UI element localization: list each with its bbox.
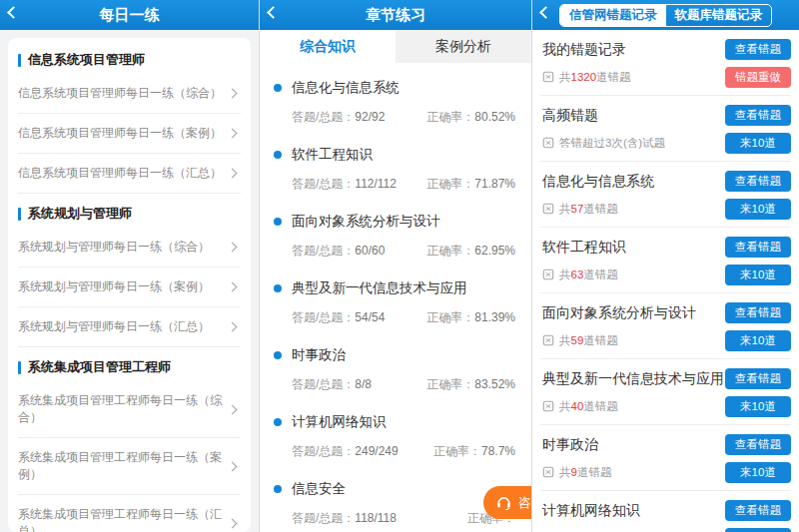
chapter-practice-panel: 章节练习 综合知识 案例分析 信息化与信息系统答题/总题：92/92正确率：80… bbox=[260, 0, 532, 532]
chapter-title-row[interactable]: 典型及新一代信息技术与应用 bbox=[274, 279, 515, 297]
daily-practice-item[interactable]: 系统规划与管理师每日一练（案例） bbox=[18, 267, 241, 307]
wrong-row-subtext: 共40道错题 bbox=[542, 399, 724, 417]
chapter-item: 计算机网络知识答题/总题：249/249正确率：78.7% bbox=[260, 405, 531, 472]
view-wrong-questions-button[interactable]: 查看错题 bbox=[725, 302, 791, 323]
wrong-questions-header: 信管网错题记录 软题库错题记录 bbox=[532, 0, 799, 30]
daily-practice-item-label: 系统集成项目管理工程师每日一练（案例） bbox=[18, 449, 229, 483]
view-wrong-questions-button[interactable]: 查看错题 bbox=[725, 105, 791, 126]
wrong-question-row: 计算机网络知识共50道错题查看错题来10道 bbox=[540, 491, 791, 532]
daily-practice-card: 信息系统项目管理师信息系统项目管理师每日一练（综合）信息系统项目管理师每日一练（… bbox=[8, 38, 251, 532]
consult-button[interactable]: 咨询 bbox=[483, 486, 532, 519]
daily-practice-item-label: 系统集成项目管理工程师每日一练（汇总） bbox=[18, 506, 229, 532]
section-title-label: 系统集成项目管理工程师 bbox=[28, 358, 171, 376]
wrong-row-info: 信息化与信息系统共57道错题 bbox=[542, 171, 654, 220]
accuracy-label: 正确率： bbox=[426, 177, 474, 191]
subtext-prefix: 共 bbox=[559, 334, 571, 346]
app-root: 每日一练 信息系统项目管理师信息系统项目管理师每日一练（综合）信息系统项目管理师… bbox=[0, 0, 799, 532]
chapter-title-row[interactable]: 计算机网络知识 bbox=[274, 413, 515, 431]
practice-ten-button[interactable]: 来10道 bbox=[725, 462, 791, 483]
view-wrong-questions-button[interactable]: 查看错题 bbox=[725, 171, 791, 192]
tab-xinguan-wrong-record[interactable]: 信管网错题记录 bbox=[560, 5, 666, 26]
view-wrong-questions-button[interactable]: 查看错题 bbox=[725, 434, 791, 455]
view-wrong-questions-button[interactable]: 查看错题 bbox=[725, 39, 791, 60]
practice-ten-button[interactable]: 来10道 bbox=[725, 133, 791, 154]
tab-comprehensive-knowledge[interactable]: 综合知识 bbox=[260, 30, 396, 63]
section-accent-bar bbox=[18, 208, 21, 221]
answered-value: 8/8 bbox=[355, 377, 372, 391]
practice-ten-button[interactable]: 来10道 bbox=[725, 330, 791, 351]
practice-ten-button[interactable]: 来10道 bbox=[725, 199, 791, 220]
back-icon[interactable] bbox=[267, 6, 280, 19]
daily-practice-item-label: 信息系统项目管理师每日一练（案例） bbox=[18, 125, 222, 142]
section-title-label: 系统规划与管理师 bbox=[28, 205, 132, 223]
practice-ten-button[interactable]: 来10道 bbox=[725, 396, 791, 417]
view-wrong-questions-button[interactable]: 查看错题 bbox=[725, 500, 791, 521]
answered-stat: 答题/总题：92/92 bbox=[292, 109, 385, 126]
chapter-stats: 答题/总题：54/54正确率：81.39% bbox=[274, 297, 515, 332]
back-icon[interactable] bbox=[7, 6, 20, 19]
practice-ten-button[interactable]: 来10道 bbox=[725, 265, 791, 285]
section-title: 信息系统项目管理师 bbox=[18, 40, 241, 74]
subtext-prefix: 共 bbox=[559, 203, 571, 215]
redo-wrong-questions-button[interactable]: 错题重做 bbox=[725, 67, 791, 88]
subtext: 共59道错题 bbox=[559, 333, 618, 348]
daily-practice-item-label: 信息系统项目管理师每日一练（汇总） bbox=[18, 165, 222, 182]
chapter-title-row[interactable]: 软件工程知识 bbox=[274, 146, 515, 164]
subtext-suffix: 道错题 bbox=[583, 268, 618, 280]
daily-practice-item[interactable]: 系统规划与管理师每日一练（汇总） bbox=[18, 307, 241, 347]
daily-practice-header: 每日一练 bbox=[0, 0, 259, 30]
section-accent-bar bbox=[18, 361, 21, 374]
daily-practice-item[interactable]: 系统规划与管理师每日一练（综合） bbox=[18, 228, 241, 267]
chapter-title-row[interactable]: 信息安全 bbox=[274, 480, 515, 498]
chevron-right-icon bbox=[228, 169, 238, 179]
accuracy-label: 正确率： bbox=[426, 377, 474, 391]
wrong-row-info: 时事政治共9道错题 bbox=[542, 434, 611, 483]
daily-practice-item[interactable]: 信息系统项目管理师每日一练（汇总） bbox=[18, 154, 241, 194]
chapter-list: 信息化与信息系统答题/总题：92/92正确率：80.52%软件工程知识答题/总题… bbox=[260, 63, 531, 532]
daily-practice-item[interactable]: 系统集成项目管理工程师每日一练（综合） bbox=[18, 381, 241, 438]
question-count-icon bbox=[542, 400, 554, 414]
subtext-prefix: 共 bbox=[559, 268, 571, 280]
chevron-right-icon bbox=[228, 518, 238, 528]
view-wrong-questions-button[interactable]: 查看错题 bbox=[725, 368, 791, 389]
wrong-record-segmented-control: 信管网错题记录 软题库错题记录 bbox=[559, 4, 772, 27]
accuracy-value: 78.7% bbox=[481, 444, 515, 458]
wrong-row-subtext: 共59道错题 bbox=[542, 333, 696, 351]
answered-stat: 答题/总题：54/54 bbox=[292, 309, 385, 326]
section-title-label: 信息系统项目管理师 bbox=[28, 51, 145, 69]
daily-practice-item[interactable]: 信息系统项目管理师每日一练（案例） bbox=[18, 114, 241, 154]
wrong-row-buttons: 查看错题错题重做 bbox=[725, 39, 791, 88]
wrong-question-row: 软件工程知识共63道错题查看错题来10道 bbox=[540, 228, 791, 293]
chapter-title-row[interactable]: 时事政治 bbox=[274, 346, 515, 364]
wrong-row-info: 计算机网络知识共50道错题 bbox=[542, 500, 640, 532]
chevron-right-icon bbox=[228, 461, 238, 471]
daily-practice-item[interactable]: 系统集成项目管理工程师每日一练（案例） bbox=[18, 438, 241, 495]
subtext-count: 57 bbox=[571, 203, 584, 215]
daily-practice-item[interactable]: 信息系统项目管理师每日一练（综合） bbox=[18, 74, 241, 114]
view-wrong-questions-button[interactable]: 查看错题 bbox=[725, 237, 791, 258]
daily-practice-item-label: 系统规划与管理师每日一练（案例） bbox=[18, 278, 210, 295]
daily-practice-item-label: 系统规划与管理师每日一练（汇总） bbox=[18, 318, 210, 335]
question-count-icon bbox=[542, 268, 554, 282]
chapter-stats: 答题/总题：60/60正确率：62.95% bbox=[274, 231, 515, 266]
chapter-name: 软件工程知识 bbox=[292, 146, 373, 164]
subtext-prefix: 共 bbox=[559, 400, 571, 412]
accuracy-label: 正确率： bbox=[433, 444, 481, 458]
chapter-title-row[interactable]: 面向对象系统分析与设计 bbox=[274, 213, 515, 231]
chevron-right-icon bbox=[228, 129, 238, 139]
answered-label: 答题/总题： bbox=[292, 377, 355, 391]
daily-practice-item[interactable]: 系统集成项目管理工程师每日一练（汇总） bbox=[18, 495, 241, 532]
practice-ten-button[interactable]: 来10道 bbox=[725, 528, 791, 532]
subtext-count: 63 bbox=[571, 268, 584, 280]
chapter-title-row[interactable]: 信息化与信息系统 bbox=[274, 79, 515, 97]
tab-ruantiku-wrong-record[interactable]: 软题库错题记录 bbox=[666, 5, 772, 26]
chevron-right-icon bbox=[228, 243, 238, 253]
wrong-row-buttons: 查看错题来10道 bbox=[725, 500, 791, 532]
answered-stat: 答题/总题：60/60 bbox=[292, 243, 385, 260]
chapter-stats: 答题/总题：118/118正确率： bbox=[274, 498, 515, 532]
wrong-question-rows: 我的错题记录共1320道错题查看错题错题重做高频错题答错超过3次(含)试题查看错… bbox=[532, 30, 799, 532]
subtext: 共9道错题 bbox=[559, 465, 611, 480]
back-icon[interactable] bbox=[539, 6, 552, 19]
tab-case-analysis[interactable]: 案例分析 bbox=[396, 30, 531, 63]
subtext: 共57道错题 bbox=[559, 202, 618, 217]
